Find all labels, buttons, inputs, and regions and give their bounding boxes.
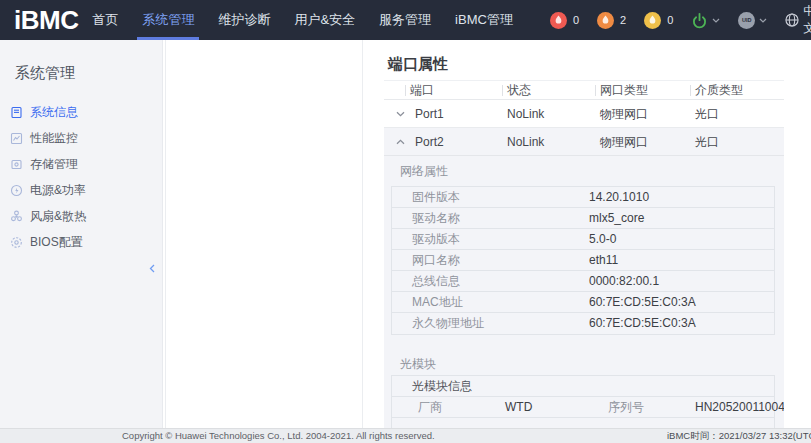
field-value: 60:7E:CD:5E:C0:3A <box>589 313 696 334</box>
network-properties-table: 固件版本 14.20.1010 驱动名称 mlx5_core 驱动版本 5.0-… <box>391 186 775 335</box>
uid-icon: UID <box>738 12 755 29</box>
expand-chevron-down-icon[interactable] <box>396 111 405 117</box>
table-row <box>392 418 774 428</box>
minor-alarm-icon <box>644 12 661 29</box>
column-separator <box>690 85 691 96</box>
globe-icon <box>785 13 799 27</box>
major-alarm-count: 2 <box>620 14 626 26</box>
ibmc-time-label: iBMC时间： <box>667 430 719 441</box>
nav-item-home[interactable]: 首页 <box>87 0 123 40</box>
port-row-port2[interactable]: Port2 NoLink 物理网口 光口 <box>384 128 784 156</box>
port-media: 光口 <box>695 100 719 128</box>
field-label: 总线信息 <box>412 271 460 292</box>
alarm-major-badge[interactable]: 2 <box>597 12 626 29</box>
table-row: 驱动版本 5.0-0 <box>392 229 774 250</box>
uid-control-dropdown[interactable]: UID <box>738 12 767 29</box>
fan-icon <box>10 210 23 223</box>
sidebar-item-label: BIOS配置 <box>30 234 83 251</box>
document-icon <box>10 106 23 119</box>
field-label: MAC地址 <box>412 292 463 313</box>
table-row: 总线信息 0000:82:00.1 <box>392 271 774 292</box>
field-label: 网口名称 <box>412 250 460 271</box>
ibmc-time-value: 2021/03/27 13:32(UTC+00:00) <box>719 430 811 441</box>
line-chart-icon <box>10 132 23 145</box>
column-separator <box>502 85 503 96</box>
sidebar-item-power[interactable]: 电源&功率 <box>0 177 162 203</box>
field-label: 固件版本 <box>412 187 460 208</box>
table-row: 永久物理地址 60:7E:CD:5E:C0:3A <box>392 313 774 334</box>
port2-detail-section: 网络属性 固件版本 14.20.1010 驱动名称 mlx5_core 驱动版本… <box>384 156 784 428</box>
navbar-right-cluster: 0 2 0 <box>532 3 811 37</box>
sidebar-item-fans[interactable]: 风扇&散热 <box>0 203 162 229</box>
content-divider-left <box>165 40 166 428</box>
language-selector[interactable]: 中文 <box>785 3 811 37</box>
table-row: 驱动名称 mlx5_core <box>392 208 774 229</box>
power-bolt-icon <box>10 184 23 197</box>
sidebar-title: 系统管理 <box>15 64 162 83</box>
table-row: MAC地址 60:7E:CD:5E:C0:3A <box>392 292 774 313</box>
sidebar-menu: 系统信息 性能监控 存储管理 <box>0 99 162 255</box>
column-header-media-type: 介质类型 <box>695 81 743 100</box>
major-alarm-icon <box>597 12 614 29</box>
sidebar-item-label: 电源&功率 <box>30 182 86 199</box>
field-label: 永久物理地址 <box>412 313 484 334</box>
sidebar-item-storage[interactable]: 存储管理 <box>0 151 162 177</box>
port-status: NoLink <box>507 100 544 128</box>
power-icon <box>691 12 708 29</box>
sidebar-item-label: 系统信息 <box>30 104 78 121</box>
optical-module-table: 光模块信息 厂商 WTD 序列号 HN205200110043 <box>391 375 775 428</box>
sidebar-item-label: 存储管理 <box>30 156 78 173</box>
column-header-status: 状态 <box>507 81 531 100</box>
footer-bar: Copyright © Huawei Technologies Co., Ltd… <box>0 428 811 443</box>
panel-title: 端口属性 <box>388 55 448 74</box>
port-name: Port1 <box>415 100 444 128</box>
alarm-critical-badge[interactable]: 0 <box>550 12 579 29</box>
field-value: eth11 <box>589 250 618 271</box>
port-type: 物理网口 <box>600 128 648 156</box>
sidebar-item-system-info[interactable]: 系统信息 <box>0 99 162 125</box>
critical-alarm-count: 0 <box>573 14 579 26</box>
nav-item-services[interactable]: 服务管理 <box>374 0 436 40</box>
ibmc-time: iBMC时间：2021/03/27 13:32(UTC+00:00) <box>667 429 811 443</box>
column-separator <box>405 85 406 96</box>
sidebar-collapse-button[interactable] <box>146 260 158 276</box>
ibmc-logo[interactable]: iBMC <box>14 0 78 40</box>
table-row: 网口名称 eth11 <box>392 250 774 271</box>
nav-item-maintenance[interactable]: 维护诊断 <box>213 0 275 40</box>
copyright-text: Copyright © Huawei Technologies Co., Ltd… <box>122 429 435 443</box>
port-properties-panel: 端口属性 端口 状态 网口类型 介质类型 Port1 NoLink 物理网口 光… <box>384 40 784 428</box>
field-label: 驱动版本 <box>412 229 460 250</box>
field-value: 14.20.1010 <box>589 187 649 208</box>
sidebar-item-label: 性能监控 <box>30 130 78 147</box>
field-value: WTD <box>505 397 532 418</box>
sidebar-item-performance[interactable]: 性能监控 <box>0 125 162 151</box>
chevron-left-icon <box>149 264 155 273</box>
sidebar-item-bios[interactable]: BIOS配置 <box>0 229 162 255</box>
main-nav: 首页 系统管理 维护诊断 用户&安全 服务管理 iBMC管理 <box>87 0 531 40</box>
nav-item-user-security[interactable]: 用户&安全 <box>289 0 360 40</box>
port-media: 光口 <box>695 128 719 156</box>
port-type: 物理网口 <box>600 100 648 128</box>
column-separator <box>595 85 596 96</box>
sidebar-item-label: 风扇&散热 <box>30 208 86 225</box>
column-header-port: 端口 <box>410 81 434 100</box>
chevron-down-icon <box>759 18 767 23</box>
field-label: 驱动名称 <box>412 208 460 229</box>
top-navbar: iBMC 首页 系统管理 维护诊断 用户&安全 服务管理 iBMC管理 0 <box>0 0 811 40</box>
field-value: mlx5_core <box>589 208 644 229</box>
alarm-minor-badge[interactable]: 0 <box>644 12 673 29</box>
language-label: 中文 <box>803 3 811 37</box>
chevron-down-icon <box>712 18 720 23</box>
table-row: 厂商 WTD 序列号 HN205200110043 <box>392 397 774 418</box>
optical-module-info-header: 光模块信息 <box>392 376 774 397</box>
field-value: 60:7E:CD:5E:C0:3A <box>589 292 696 313</box>
collapse-chevron-up-icon[interactable] <box>396 139 405 145</box>
power-control-dropdown[interactable] <box>691 12 720 29</box>
nav-item-system-management[interactable]: 系统管理 <box>137 0 199 40</box>
port-row-port1[interactable]: Port1 NoLink 物理网口 光口 <box>384 100 784 128</box>
minor-alarm-count: 0 <box>667 14 673 26</box>
field-value: 0000:82:00.1 <box>589 271 659 292</box>
content-divider-right <box>362 40 363 428</box>
field-value: HN205200110043 <box>695 397 784 418</box>
nav-item-ibmc-management[interactable]: iBMC管理 <box>450 0 518 40</box>
